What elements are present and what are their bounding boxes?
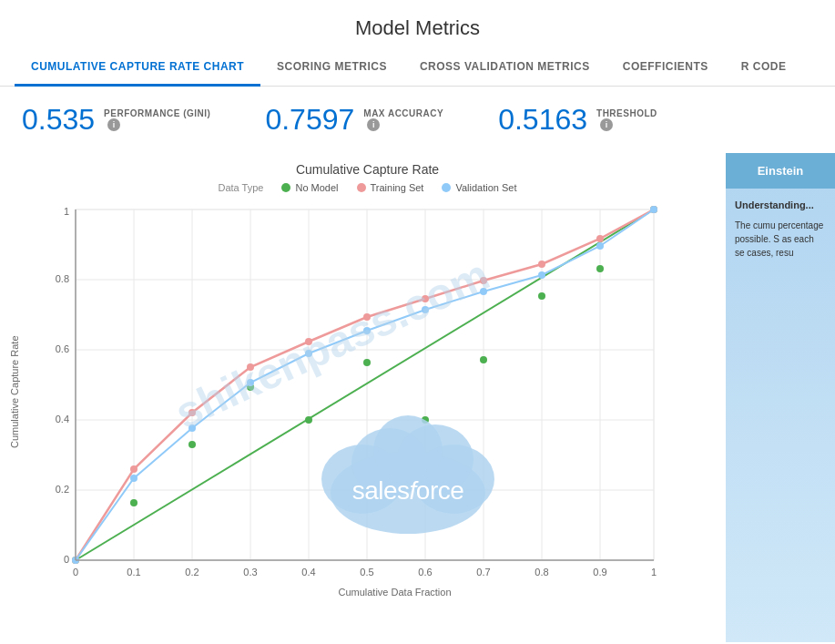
metric-accuracy: 0.7597 MAX ACCURACY i (265, 103, 443, 137)
metric-accuracy-value: 0.7597 (265, 103, 354, 137)
tab-cross-validation[interactable]: CROSS VALIDATION METRICS (403, 49, 606, 87)
svg-text:0.1: 0.1 (127, 567, 140, 578)
info-icon-accuracy[interactable]: i (367, 118, 380, 131)
svg-point-64 (650, 206, 657, 213)
legend-training: Training Set (357, 182, 424, 193)
legend-no-model: No Model (281, 182, 338, 193)
svg-point-48 (363, 313, 371, 321)
svg-point-58 (305, 350, 312, 357)
tab-scoring[interactable]: SCORING METRICS (260, 49, 403, 87)
metric-threshold-value: 0.5163 (498, 103, 587, 137)
svg-point-45 (188, 409, 196, 416)
svg-point-62 (538, 271, 545, 279)
svg-point-52 (596, 235, 604, 242)
svg-text:0.2: 0.2 (56, 484, 69, 495)
chart-title: Cumulative Capture Rate (9, 162, 726, 177)
sidebar-body: Understanding... The cumu percentage pos… (726, 189, 835, 269)
page-title: Model Metrics (0, 0, 835, 49)
chart-area: Cumulative Capture Rate Data Type No Mod… (0, 153, 726, 642)
legend-label-validation: Validation Set (455, 182, 516, 193)
svg-point-33 (130, 499, 137, 506)
svg-point-39 (480, 356, 487, 363)
metric-threshold-label: THRESHOLD (596, 108, 657, 118)
x-axis-label: Cumulative Data Fraction (64, 587, 726, 598)
metric-gini-label: PERFORMANCE (GINI) (104, 108, 210, 118)
main-content: Cumulative Capture Rate Data Type No Mod… (0, 153, 835, 642)
svg-point-44 (130, 465, 137, 473)
svg-text:0: 0 (73, 567, 78, 578)
svg-text:1: 1 (651, 567, 657, 578)
svg-point-61 (480, 288, 487, 295)
svg-text:0.8: 0.8 (535, 567, 548, 578)
svg-text:0.3: 0.3 (243, 567, 257, 578)
svg-text:0.2: 0.2 (185, 567, 199, 578)
metric-gini-value: 0.535 (22, 103, 95, 137)
svg-text:0.9: 0.9 (593, 567, 606, 578)
svg-point-50 (480, 277, 487, 284)
sidebar-section-title: Understanding... (735, 198, 826, 213)
svg-point-40 (538, 292, 545, 300)
svg-point-59 (363, 327, 371, 334)
metric-accuracy-label: MAX ACCURACY (363, 108, 443, 118)
sidebar-body-text: The cumu percentage possible. S as each … (735, 219, 826, 260)
svg-text:0.7: 0.7 (476, 567, 490, 578)
svg-text:0.4: 0.4 (301, 567, 315, 578)
y-axis-label: Cumulative Capture Rate (9, 210, 20, 574)
svg-text:0.5: 0.5 (360, 567, 373, 578)
chart-svg: 0 0.2 0.4 0.6 0.8 1 0 0.1 0.2 0.3 0.4 0.… (25, 200, 663, 583)
metrics-bar: 0.535 PERFORMANCE (GINI) i 0.7597 MAX AC… (0, 87, 835, 153)
svg-point-36 (305, 416, 312, 424)
legend-dot-training (357, 183, 366, 192)
legend-dot-no-model (281, 183, 290, 192)
sidebar-panel: Einstein Understanding... The cumu perce… (726, 153, 835, 642)
chart-legend: Data Type No Model Training Set Validati… (9, 182, 726, 193)
tab-coefficients[interactable]: COEFFICIENTS (606, 49, 725, 87)
legend-data-type: Data Type (218, 182, 263, 193)
svg-text:0.4: 0.4 (56, 414, 69, 424)
svg-point-60 (422, 306, 429, 313)
tab-cumulative[interactable]: CUMULATIVE CAPTURE RATE CHART (15, 49, 260, 87)
svg-text:1: 1 (64, 206, 69, 217)
svg-point-56 (188, 424, 196, 432)
svg-point-38 (422, 416, 429, 424)
svg-point-41 (596, 265, 604, 272)
svg-point-49 (422, 295, 429, 302)
info-icon-threshold[interactable]: i (600, 118, 613, 131)
chart-container: 0 0.2 0.4 0.6 0.8 1 0 0.1 0.2 0.3 0.4 0.… (25, 200, 663, 583)
svg-point-57 (247, 379, 254, 386)
metric-gini: 0.535 PERFORMANCE (GINI) i (22, 103, 210, 137)
legend-dot-validation (442, 183, 451, 192)
legend-validation: Validation Set (442, 182, 516, 193)
metric-threshold: 0.5163 THRESHOLD i (498, 103, 657, 137)
legend-label-no-model: No Model (295, 182, 338, 193)
svg-point-63 (596, 242, 604, 250)
svg-point-47 (305, 338, 312, 345)
sidebar-header: Einstein (726, 153, 835, 189)
svg-text:0.8: 0.8 (56, 273, 69, 284)
svg-point-37 (363, 359, 371, 366)
svg-text:0.6: 0.6 (418, 567, 432, 578)
svg-point-34 (188, 441, 196, 448)
tabs-nav: CUMULATIVE CAPTURE RATE CHART SCORING ME… (0, 49, 835, 87)
svg-point-46 (247, 363, 254, 371)
info-icon-gini[interactable]: i (107, 118, 120, 131)
tab-rcode[interactable]: R CODE (725, 49, 803, 87)
svg-text:0.6: 0.6 (56, 343, 69, 354)
legend-label-training: Training Set (371, 182, 424, 193)
svg-point-51 (538, 261, 545, 268)
svg-point-55 (130, 475, 137, 482)
svg-text:0: 0 (64, 554, 69, 565)
